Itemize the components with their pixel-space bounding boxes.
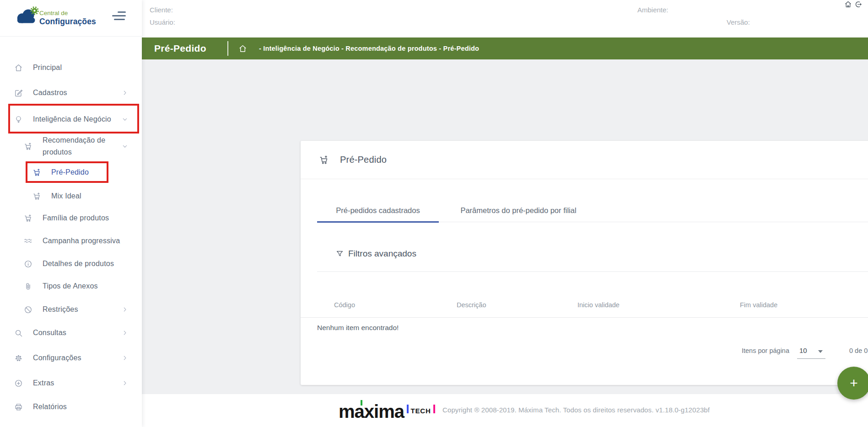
home-icon[interactable] <box>844 0 852 8</box>
chevron-right-icon <box>122 90 128 96</box>
ambiente-label: Ambiente: <box>637 6 669 14</box>
page-size-value: 10 <box>799 347 807 354</box>
page-size-select[interactable]: 10 <box>797 346 825 357</box>
sidebar-item-campanha-progressiva[interactable]: Campanha progressiva <box>0 234 142 248</box>
breadcrumb-bar: Pré-Pedido - Inteligência de Negócio - R… <box>142 37 868 59</box>
sidebar-item-cadastros[interactable]: Cadastros <box>0 86 142 100</box>
chevron-right-icon <box>122 306 128 313</box>
sidebar-item-inteligencia-de-negocio[interactable]: Inteligência de Negócio <box>0 106 142 133</box>
sidebar-item-configuracoes[interactable]: Configurações <box>0 351 142 365</box>
chevron-down-icon <box>122 143 128 149</box>
maxima-tech-logo: maxima TECH <box>339 399 435 420</box>
cart-plus-icon <box>31 168 42 177</box>
cliente-label: Cliente: <box>150 6 173 14</box>
sidebar-item-detalhes-de-produtos[interactable]: Detalhes de produtos <box>0 257 142 271</box>
cart-plus-icon <box>31 192 42 201</box>
tab-pre-pedidos-cadastrados[interactable]: Pré-pedidos cadastrados <box>317 199 439 222</box>
edit-icon <box>13 89 24 97</box>
sidebar-item-recomendacao-de-produtos[interactable]: Recomendação de produtos <box>0 133 142 160</box>
sidebar-item-familia-de-produtos[interactable]: Família de produtos <box>0 211 142 225</box>
cart-plus-icon <box>319 155 340 165</box>
logo-text-line1: Central de <box>39 10 96 16</box>
column-header-codigo: Código <box>334 301 355 309</box>
page-range-label: 0 de 0 <box>849 347 868 354</box>
breadcrumb: - Inteligência de Negócio - Recomendação… <box>259 45 479 52</box>
sidebar-item-relatorios[interactable]: Relatórios <box>0 400 142 414</box>
page-title: Pré-Pedido <box>154 43 227 54</box>
divider <box>227 41 228 56</box>
caret-down-icon <box>818 350 823 353</box>
column-header-fim-validade: Fim validade <box>740 301 777 309</box>
column-header-inicio-validade: Inicio validade <box>577 301 620 309</box>
printer-icon <box>13 403 24 411</box>
tab-parametros-por-filial[interactable]: Parâmetros do pré-pedido por filial <box>439 199 598 222</box>
copyright-text: Copyright ® 2008-2019. Máxima Tech. Todo… <box>442 406 710 414</box>
sidebar-item-mix-ideal[interactable]: Mix Ideal <box>0 189 142 203</box>
sidebar-item-restricoes[interactable]: Restrições <box>0 303 142 316</box>
sidebar-item-principal[interactable]: Principal <box>0 61 142 75</box>
card-title: Pré-Pedido <box>340 155 387 165</box>
sidebar-item-extras[interactable]: Extras <box>0 376 142 390</box>
menu-hamburger-icon[interactable] <box>111 11 126 21</box>
sidebar: Central de Configurações Principal Cadas… <box>0 0 142 427</box>
chevron-right-icon <box>122 330 128 336</box>
ban-icon <box>22 305 33 314</box>
select-underline <box>797 358 825 359</box>
advanced-filters-toggle[interactable]: Filtros avançados <box>335 249 416 259</box>
paperclip-icon <box>22 282 33 291</box>
home-icon <box>13 64 24 72</box>
cloud-logo-icon <box>14 5 41 27</box>
usuario-label: Usuário: <box>150 18 175 26</box>
column-header-descricao: Descrição <box>457 301 486 309</box>
chevron-right-icon <box>122 355 128 361</box>
info-icon <box>22 260 33 268</box>
table-header-divider <box>301 317 868 318</box>
cart-plus-icon <box>22 214 33 223</box>
active-tab-underline <box>317 221 439 223</box>
versao-label: Versão: <box>727 18 750 26</box>
pre-pedido-card: Pré-Pedido Pré-pedidos cadastrados Parâm… <box>301 141 868 385</box>
plus-icon: + <box>850 375 858 391</box>
divider <box>317 271 868 272</box>
sidebar-item-pre-pedido[interactable]: Pré-Pedido <box>0 165 142 179</box>
main-content-area: Pré-Pedido Pré-pedidos cadastrados Parâm… <box>142 59 868 394</box>
card-header: Pré-Pedido <box>319 155 387 165</box>
add-button[interactable]: + <box>837 367 868 400</box>
breadcrumb-home-icon[interactable] <box>238 44 247 53</box>
screen: Cliente: Usuário: Ambiente: Versão: Pré-… <box>0 0 868 427</box>
cart-plus-icon <box>22 142 33 151</box>
logo-green-accent <box>361 400 362 406</box>
items-per-page-label: Itens por página <box>742 347 789 354</box>
logo-tech-text: TECH <box>410 407 431 415</box>
tab-bar: Pré-pedidos cadastrados Parâmetros do pr… <box>317 199 868 222</box>
chevron-down-icon <box>122 116 128 123</box>
app-logo: Central de Configurações <box>0 0 142 37</box>
search-icon <box>13 329 24 337</box>
plus-circle-icon <box>13 379 24 388</box>
waves-icon <box>22 237 33 246</box>
logout-icon[interactable] <box>854 0 862 8</box>
divider <box>301 179 868 179</box>
lightbulb-icon <box>13 115 24 124</box>
filter-funnel-icon <box>335 250 348 258</box>
logo-brand-text: maxima <box>339 405 404 418</box>
logo-blue-bar <box>407 405 409 413</box>
footer: maxima TECH Copyright ® 2008-2019. Máxim… <box>339 399 710 421</box>
chevron-right-icon <box>122 380 128 386</box>
logo-text-line2: Configurações <box>39 18 96 26</box>
sidebar-item-tipos-de-anexos[interactable]: Tipos de Anexos <box>0 279 142 293</box>
sidebar-item-consultas[interactable]: Consultas <box>0 326 142 340</box>
empty-table-message: Nenhum item encontrado! <box>317 324 399 332</box>
logo-pink-bar <box>433 405 436 413</box>
gear-icon <box>13 354 24 363</box>
filters-title: Filtros avançados <box>348 249 416 259</box>
